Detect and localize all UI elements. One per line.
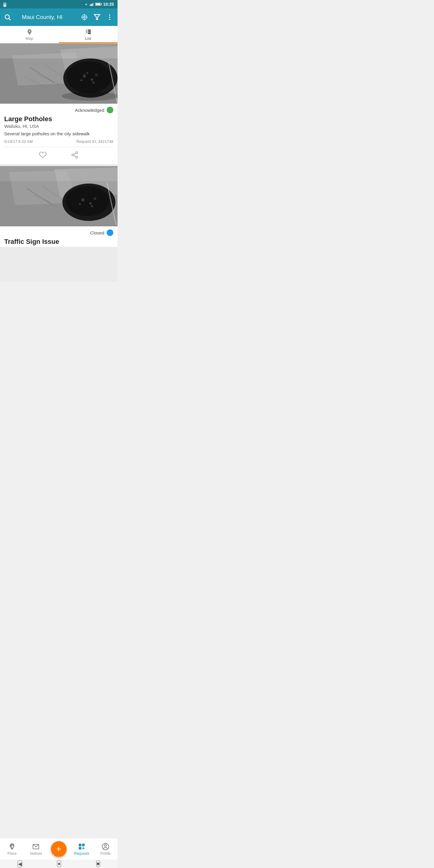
svg-point-58 [79, 203, 81, 205]
pothole-image-2 [0, 166, 118, 226]
wifi-icon [84, 2, 89, 6]
svg-point-54 [66, 186, 109, 216]
svg-rect-5 [93, 3, 94, 6]
more-vertical-icon[interactable] [106, 13, 113, 21]
svg-point-17 [109, 19, 110, 20]
filter-icon[interactable] [93, 13, 101, 21]
tab-list-label: List [85, 36, 91, 41]
svg-point-57 [93, 197, 96, 200]
svg-point-44 [76, 156, 78, 158]
status-time: 10:25 [103, 2, 114, 7]
svg-rect-23 [88, 33, 91, 34]
svg-point-55 [81, 198, 85, 202]
header-title: Maui County, HI [7, 14, 77, 21]
battery-icon: ⚡ [95, 2, 102, 6]
signal-icon [90, 2, 94, 6]
svg-rect-41 [0, 43, 118, 59]
svg-marker-14 [94, 14, 100, 20]
card-1-description: Several large potholes on the city sidew… [4, 131, 113, 136]
map-pin-icon [26, 28, 33, 36]
card-2-status-row: Closed [4, 229, 113, 236]
tab-map-label: Map [26, 36, 33, 41]
svg-point-12 [84, 16, 85, 18]
card-1-like-button[interactable] [39, 151, 47, 159]
cards-list: Acknowledged Large Potholes Wailuku, HI,… [0, 43, 118, 282]
card-1-request-id: Request ID: 3421748 [76, 139, 113, 144]
card-1-meta: 5/18/17 6:20 AM Request ID: 3421748 [4, 139, 113, 144]
view-tabs: Map List [0, 26, 118, 43]
status-bar: ⚡ 10:25 [0, 0, 118, 8]
card-1-status-label: Acknowledged [75, 107, 104, 113]
svg-rect-2 [90, 4, 91, 6]
list-icon [85, 28, 92, 36]
card-1-image [0, 43, 118, 104]
svg-line-45 [73, 156, 76, 157]
svg-text:⚡: ⚡ [96, 3, 99, 6]
tab-map[interactable]: Map [0, 26, 59, 43]
svg-rect-21 [88, 30, 91, 31]
svg-point-43 [72, 154, 74, 156]
card-2-status-label: Closed [90, 230, 104, 236]
svg-point-33 [83, 74, 86, 78]
heart-icon [39, 151, 47, 159]
card-1-status-row: Acknowledged [4, 107, 113, 113]
svg-rect-4 [92, 3, 93, 6]
location-target-icon[interactable] [81, 13, 88, 21]
svg-rect-61 [0, 166, 118, 181]
svg-point-42 [76, 152, 78, 154]
table-row[interactable]: Acknowledged Large Potholes Wailuku, HI,… [0, 43, 118, 164]
card-1-share-button[interactable] [71, 151, 79, 159]
header: Maui County, HI [0, 8, 118, 26]
svg-point-37 [92, 82, 95, 84]
card-1-location: Wailuku, HI, USA [4, 124, 113, 129]
card-1-actions [4, 150, 113, 162]
svg-rect-1 [4, 3, 5, 4]
pothole-image-1 [0, 43, 118, 104]
svg-line-46 [73, 153, 76, 154]
card-1-status-dot [107, 107, 113, 113]
svg-point-59 [91, 205, 93, 207]
svg-point-40 [62, 92, 118, 101]
share-icon [71, 151, 79, 159]
tab-list[interactable]: List [59, 26, 118, 43]
card-1-info: Acknowledged Large Potholes Wailuku, HI,… [0, 104, 118, 164]
svg-point-13 [82, 15, 87, 20]
card-2-status-dot [107, 229, 113, 236]
header-actions [81, 13, 113, 21]
card-1-title: Large Potholes [4, 115, 113, 123]
svg-point-34 [91, 79, 93, 81]
svg-point-15 [109, 14, 110, 16]
card-2-info: Closed Traffic Sign Issue [0, 226, 118, 247]
svg-point-36 [81, 79, 82, 81]
sim-icon [2, 2, 7, 7]
card-2-image [0, 166, 118, 226]
svg-rect-7 [101, 4, 102, 5]
svg-point-56 [89, 202, 92, 205]
svg-point-38 [87, 72, 88, 74]
svg-rect-3 [91, 4, 92, 6]
svg-rect-0 [3, 3, 6, 7]
table-row[interactable]: Closed Traffic Sign Issue [0, 166, 118, 247]
svg-rect-22 [88, 31, 91, 33]
svg-point-16 [109, 17, 110, 18]
card-1-date: 5/18/17 6:20 AM [4, 139, 33, 144]
svg-point-35 [95, 73, 98, 76]
card-2-title: Traffic Sign Issue [4, 238, 113, 246]
svg-point-32 [66, 61, 112, 93]
